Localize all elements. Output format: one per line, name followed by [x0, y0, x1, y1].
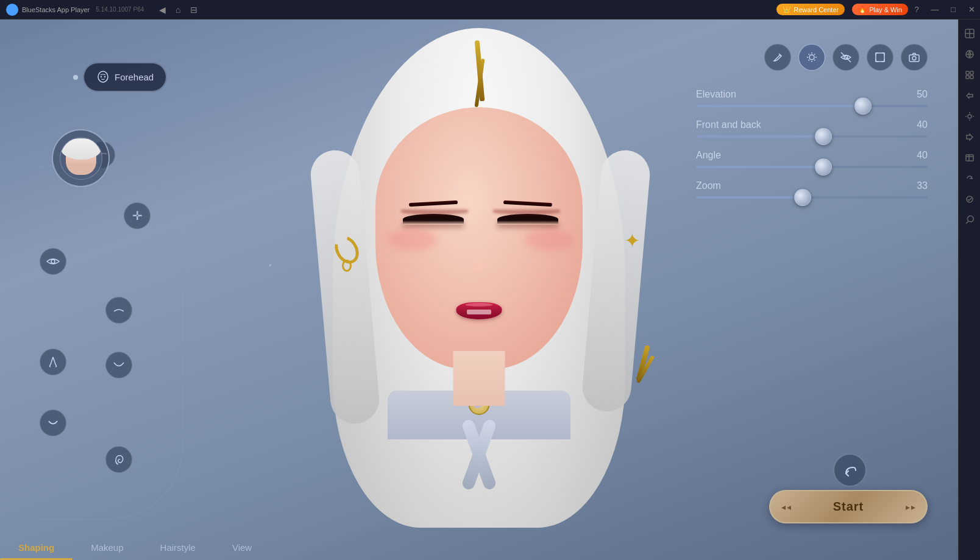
eyebrow-right [503, 200, 552, 206]
nav-buttons: ◀ ⌂ ⊟ [155, 2, 201, 17]
svg-rect-8 [970, 71, 973, 74]
blush-left [388, 229, 436, 250]
close-button[interactable]: ✕ [963, 1, 980, 18]
svg-rect-36 [909, 55, 919, 62]
svg-rect-35 [876, 53, 884, 62]
toolbar-expand-icon[interactable] [867, 44, 893, 71]
slider-track-2[interactable] [696, 166, 928, 168]
slider-thumb-2[interactable] [815, 158, 832, 175]
slider-label-2: Angle [696, 150, 721, 161]
blush-right [525, 229, 573, 250]
maximize-button[interactable]: □ [945, 1, 962, 18]
face-thumbnail-container [60, 137, 102, 180]
help-button[interactable]: ? [908, 1, 925, 18]
minimize-button[interactable]: — [926, 1, 943, 18]
right-panel: Elevation50Front and back40Angle40Zoom33 [696, 44, 928, 211]
eyebrow-left [409, 200, 458, 206]
nose-menu-item[interactable] [40, 349, 66, 375]
sidebar-tool-4[interactable] [960, 87, 979, 105]
teeth [467, 310, 491, 314]
jaw-menu-item[interactable] [105, 352, 132, 378]
sidebar-tool-10[interactable] [960, 211, 979, 229]
eye-closed-left [403, 214, 464, 225]
sidebar-tool-3[interactable] [960, 66, 979, 84]
svg-point-21 [101, 76, 102, 77]
crown-icon: 👑 [783, 5, 791, 13]
slider-fill-1 [696, 135, 823, 138]
slider-track-1[interactable] [696, 135, 928, 138]
character-portrait: ✦ [272, 28, 686, 552]
slider-thumb-3[interactable] [794, 189, 811, 206]
bluestacks-icon [6, 4, 18, 16]
nose-highlight [473, 263, 485, 272]
undo-button[interactable] [833, 453, 867, 487]
slider-thumb-0[interactable] [854, 97, 872, 115]
nav-home-button[interactable]: ⌂ [171, 2, 185, 17]
forehead-label-text: Forehead [115, 72, 154, 82]
svg-point-22 [104, 76, 105, 77]
forehead-indicator: Forehead [73, 62, 167, 92]
slider-fill-3 [696, 196, 803, 199]
sidebar-tool-9[interactable] [960, 190, 979, 208]
slider-value-1: 40 [917, 119, 928, 130]
face-icon [96, 69, 110, 85]
forehead-dot [73, 75, 78, 80]
eyelid-menu-item[interactable] [105, 297, 132, 324]
star-ornament-right: ✦ [624, 229, 641, 252]
nav-back-button[interactable]: ◀ [155, 2, 169, 17]
slider-track-3[interactable] [696, 196, 928, 199]
play-win-button[interactable]: 🔥 Play & Win [852, 4, 908, 15]
slider-fill-2 [696, 166, 823, 168]
svg-point-37 [912, 57, 916, 60]
mouth-menu-item[interactable] [40, 409, 66, 436]
forehead-button[interactable]: Forehead [83, 62, 167, 92]
sidebar-tool-2[interactable] [960, 45, 979, 63]
eye-shadow-left [401, 210, 468, 214]
reward-center-button[interactable]: 👑 Reward Center [776, 4, 845, 15]
tab-hairstyle[interactable]: Hairstyle [142, 537, 214, 560]
svg-line-34 [841, 52, 851, 62]
slider-label-1: Front and back [696, 119, 761, 130]
reward-area: 👑 Reward Center 🔥 Play & Win [776, 4, 908, 15]
slider-value-0: 50 [917, 89, 928, 100]
slider-group-zoom: Zoom33 [696, 180, 928, 199]
svg-point-24 [809, 55, 814, 60]
start-button-label: Start [833, 500, 864, 514]
move-menu-item[interactable]: ✛ [124, 202, 151, 229]
app-version: 5.14.10.1007 P64 [96, 6, 144, 13]
lip-shine [466, 303, 493, 307]
face-menu-ring: ✛ [34, 141, 155, 507]
toolbar-sun-icon[interactable] [798, 44, 825, 71]
svg-line-30 [814, 60, 815, 60]
slider-track-0[interactable] [696, 105, 928, 107]
toolbar-pen-icon[interactable] [764, 44, 791, 71]
app-name: BlueStacks App Player [22, 6, 90, 13]
svg-rect-16 [966, 155, 973, 161]
toolbar-top [696, 44, 928, 71]
svg-point-23 [51, 260, 55, 263]
start-arrow-left: ◂◂ [781, 502, 791, 512]
earring-moon [342, 260, 352, 272]
sidebar-tool-7[interactable] [960, 149, 979, 167]
svg-point-20 [98, 71, 108, 82]
ear-menu-item[interactable] [105, 446, 132, 473]
tab-view[interactable]: View [214, 537, 270, 560]
toolbar-eye-icon[interactable] [833, 44, 859, 71]
slider-fill-0 [696, 105, 863, 107]
slider-group-front-and-back: Front and back40 [696, 119, 928, 138]
sidebar-tool-8[interactable] [960, 169, 979, 188]
sidebar-tool-6[interactable] [960, 128, 979, 146]
svg-rect-9 [966, 76, 969, 79]
eye-menu-item[interactable] [40, 248, 66, 275]
tab-makeup[interactable]: Makeup [73, 537, 141, 560]
svg-point-11 [968, 115, 971, 118]
slider-thumb-1[interactable] [815, 128, 832, 145]
nav-bookmark-button[interactable]: ⊟ [186, 2, 201, 17]
face-selector-button[interactable] [52, 129, 110, 187]
start-button[interactable]: ◂◂ Start ▸▸ [769, 490, 928, 523]
sidebar-tool-5[interactable] [960, 107, 979, 126]
sidebar-tool-1[interactable] [960, 24, 979, 43]
toolbar-camera-icon[interactable] [901, 44, 928, 71]
slider-group-angle: Angle40 [696, 150, 928, 168]
tab-shaping[interactable]: Shaping [0, 537, 73, 560]
